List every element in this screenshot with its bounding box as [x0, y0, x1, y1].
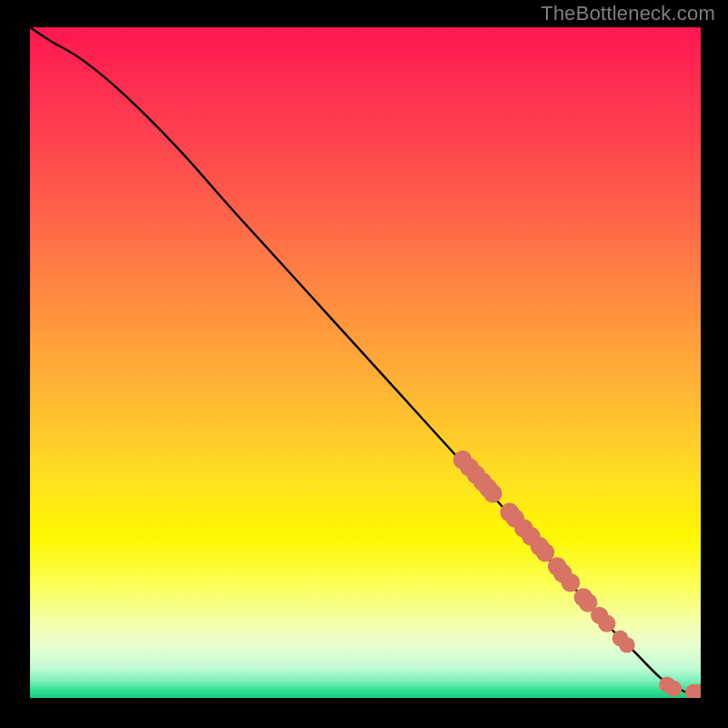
data-dot [598, 615, 615, 632]
bottleneck-curve [30, 27, 701, 693]
stage: TheBottleneck.com [0, 0, 728, 728]
data-dot [483, 484, 502, 503]
data-dot [561, 573, 581, 592]
attribution-text: TheBottleneck.com [541, 2, 715, 25]
data-dot [666, 681, 682, 697]
plot-area [30, 27, 701, 698]
data-dot [619, 637, 635, 653]
curve-layer [30, 27, 701, 698]
data-dots [453, 450, 701, 698]
